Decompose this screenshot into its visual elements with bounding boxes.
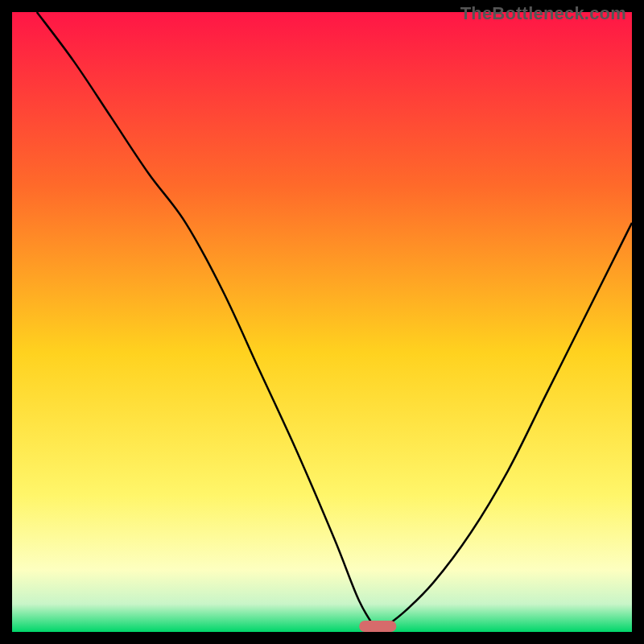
chart-plot bbox=[12, 12, 632, 632]
bottleneck-marker bbox=[359, 621, 396, 632]
watermark-text: TheBottleneck.com bbox=[460, 3, 626, 24]
chart-background bbox=[12, 12, 632, 632]
chart-frame bbox=[12, 12, 632, 632]
